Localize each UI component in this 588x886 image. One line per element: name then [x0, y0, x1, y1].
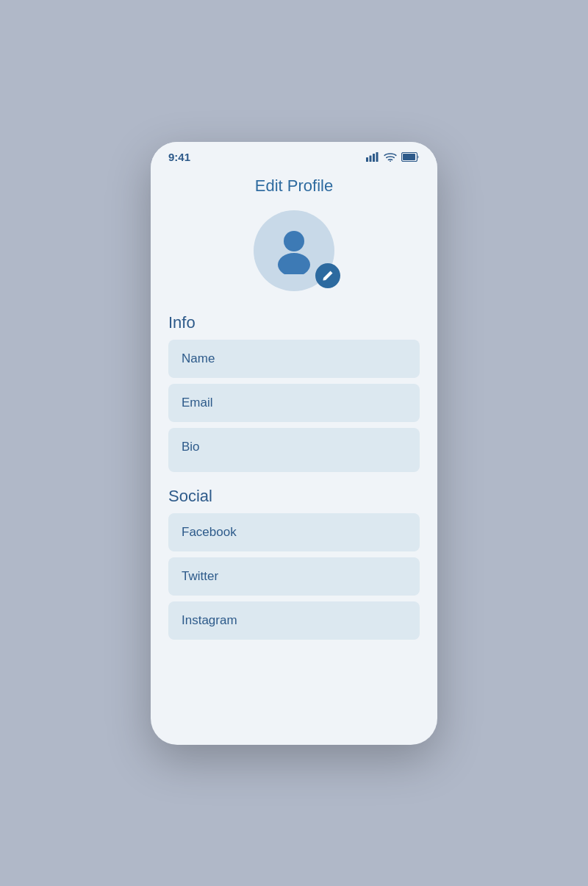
status-time: 9:41 — [168, 151, 190, 163]
phone-frame: 9:41 Edit Profile — [151, 142, 437, 745]
info-fields — [151, 340, 437, 472]
battery-icon — [401, 152, 420, 162]
signal-icon — [366, 152, 379, 162]
email-input[interactable] — [168, 384, 420, 422]
page-title: Edit Profile — [151, 169, 437, 210]
info-section-label: Info — [151, 313, 437, 340]
svg-rect-0 — [366, 157, 368, 162]
facebook-input[interactable] — [168, 513, 420, 551]
name-input[interactable] — [168, 340, 420, 378]
status-icons — [366, 152, 420, 162]
twitter-input[interactable] — [168, 557, 420, 596]
svg-point-8 — [278, 253, 310, 274]
svg-rect-2 — [373, 154, 375, 162]
status-bar: 9:41 — [151, 142, 437, 169]
svg-rect-6 — [403, 154, 415, 160]
avatar-person-icon — [272, 226, 316, 274]
svg-point-7 — [284, 231, 304, 251]
svg-rect-3 — [376, 152, 379, 162]
instagram-input[interactable] — [168, 601, 420, 640]
edit-avatar-button[interactable] — [315, 263, 340, 288]
avatar-circle — [254, 210, 334, 291]
bio-input[interactable] — [168, 428, 420, 472]
social-section-label: Social — [151, 487, 437, 513]
avatar-section — [151, 210, 437, 291]
social-fields — [151, 513, 437, 640]
svg-point-4 — [390, 160, 391, 162]
wifi-icon — [384, 152, 397, 162]
svg-rect-1 — [370, 155, 372, 162]
pencil-icon — [322, 270, 334, 282]
